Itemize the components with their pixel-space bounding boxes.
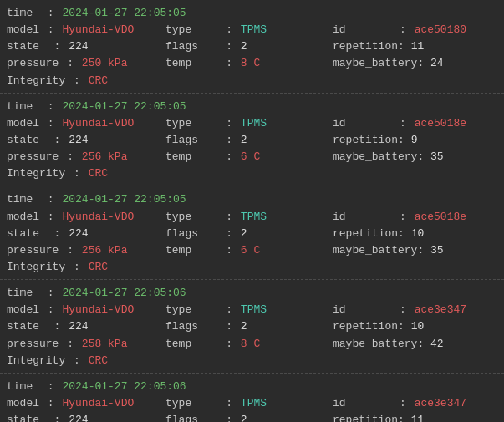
battery-field: maybe_battery: 24: [333, 55, 497, 72]
empty-field: [333, 5, 497, 22]
log-entry: time : 2024-01-27 22:05:06 model : Hyund…: [0, 280, 504, 374]
integrity-field: Integrity : CRC: [7, 165, 165, 182]
row-model: model : Hyundai-VDO type : TPMS id : ace…: [7, 115, 497, 132]
state-field: state : 224: [7, 132, 165, 149]
temp-field: temp : 6 C: [165, 149, 333, 165]
repetition-field: repetition: 11: [333, 38, 497, 55]
type-field: type : TPMS: [165, 22, 333, 38]
repetition-field: repetition: 10: [333, 318, 497, 335]
row-integrity: Integrity : CRC: [7, 165, 497, 182]
row-state: state : 224 flags : 2 repetition: 9: [7, 132, 497, 149]
empty-field: [333, 285, 497, 302]
model-field: model : Hyundai-VDO: [7, 22, 165, 38]
id-field: id : ace3e347: [333, 302, 497, 318]
row-state: state : 224 flags : 2 repetition: 10: [7, 318, 497, 335]
row-pressure: pressure : 256 kPa temp : 6 C maybe_batt…: [7, 149, 497, 165]
id-field: id : ace5018e: [333, 115, 497, 132]
flags-field: flags : 2: [165, 412, 333, 422]
type-field: type : TPMS: [165, 115, 333, 132]
row-model: model : Hyundai-VDO type : TPMS id : ace…: [7, 209, 497, 226]
type-field: [165, 99, 333, 115]
temp-field: temp : 8 C: [165, 55, 333, 72]
time-field: time : 2024-01-27 22:05:06: [7, 379, 165, 395]
integrity-field: Integrity : CRC: [7, 73, 165, 89]
empty-field: [333, 191, 497, 208]
integrity-field: Integrity : CRC: [7, 353, 165, 369]
row-model: model : Hyundai-VDO type : TPMS id : ace…: [7, 302, 497, 318]
battery-field: maybe_battery: 42: [333, 336, 497, 353]
log-entry: time : 2024-01-27 22:05:05 model : Hyund…: [0, 94, 504, 187]
id-field: id : ace3e347: [333, 395, 497, 412]
log-entry: time : 2024-01-27 22:05:05 model : Hyund…: [0, 0, 504, 94]
flags-field: flags : 2: [165, 132, 333, 149]
row-pressure: pressure : 250 kPa temp : 8 C maybe_batt…: [7, 55, 497, 72]
row-integrity: Integrity : CRC: [7, 353, 497, 369]
type-field: type : TPMS: [165, 302, 333, 318]
type-field: [165, 285, 333, 302]
id-field: id : ace5018e: [333, 209, 497, 226]
empty-field: [333, 379, 497, 395]
flags-field: flags : 2: [165, 226, 333, 242]
empty-field: [333, 99, 497, 115]
row-state: state : 224 flags : 2 repetition: 11: [7, 38, 497, 55]
pressure-field: pressure : 258 kPa: [7, 336, 165, 353]
temp-field: temp : 6 C: [165, 242, 333, 259]
time-field: time : 2024-01-27 22:05:06: [7, 285, 165, 302]
row-state: state : 224 flags : 2 repetition: 11: [7, 412, 497, 422]
time-field: time : 2024-01-27 22:05:05: [7, 5, 165, 22]
flags-field: flags : 2: [165, 318, 333, 335]
row-time: time : 2024-01-27 22:05:06: [7, 379, 497, 395]
battery-field: maybe_battery: 35: [333, 242, 497, 259]
type-field: [165, 5, 333, 22]
time-field: time : 2024-01-27 22:05:05: [7, 99, 165, 115]
id-field: id : ace50180: [333, 22, 497, 38]
pressure-field: pressure : 256 kPa: [7, 149, 165, 165]
row-time: time : 2024-01-27 22:05:05: [7, 99, 497, 115]
row-pressure: pressure : 258 kPa temp : 8 C maybe_batt…: [7, 336, 497, 353]
time-field: time : 2024-01-27 22:05:05: [7, 191, 165, 208]
row-time: time : 2024-01-27 22:05:05: [7, 5, 497, 22]
type-field: type : TPMS: [165, 395, 333, 412]
state-field: state : 224: [7, 38, 165, 55]
log-container: time : 2024-01-27 22:05:05 model : Hyund…: [0, 0, 504, 422]
pressure-field: pressure : 256 kPa: [7, 242, 165, 259]
model-field: model : Hyundai-VDO: [7, 395, 165, 412]
row-model: model : Hyundai-VDO type : TPMS id : ace…: [7, 22, 497, 38]
log-entry: time : 2024-01-27 22:05:05 model : Hyund…: [0, 186, 504, 280]
state-field: state : 224: [7, 226, 165, 242]
repetition-field: repetition: 9: [333, 132, 497, 149]
state-field: state : 224: [7, 318, 165, 335]
pressure-field: pressure : 250 kPa: [7, 55, 165, 72]
row-integrity: Integrity : CRC: [7, 73, 497, 89]
type-field: [165, 191, 333, 208]
row-pressure: pressure : 256 kPa temp : 6 C maybe_batt…: [7, 242, 497, 259]
row-state: state : 224 flags : 2 repetition: 10: [7, 226, 497, 242]
repetition-field: repetition: 11: [333, 412, 497, 422]
row-integrity: Integrity : CRC: [7, 259, 497, 276]
row-time: time : 2024-01-27 22:05:05: [7, 191, 497, 208]
state-field: state : 224: [7, 412, 165, 422]
model-field: model : Hyundai-VDO: [7, 302, 165, 318]
integrity-field: Integrity : CRC: [7, 259, 165, 276]
flags-field: flags : 2: [165, 38, 333, 55]
battery-field: maybe_battery: 35: [333, 149, 497, 165]
row-time: time : 2024-01-27 22:05:06: [7, 285, 497, 302]
type-field: type : TPMS: [165, 209, 333, 226]
repetition-field: repetition: 10: [333, 226, 497, 242]
model-field: model : Hyundai-VDO: [7, 209, 165, 226]
row-model: model : Hyundai-VDO type : TPMS id : ace…: [7, 395, 497, 412]
model-field: model : Hyundai-VDO: [7, 115, 165, 132]
temp-field: temp : 8 C: [165, 336, 333, 353]
type-field: [165, 379, 333, 395]
log-entry: time : 2024-01-27 22:05:06 model : Hyund…: [0, 374, 504, 422]
